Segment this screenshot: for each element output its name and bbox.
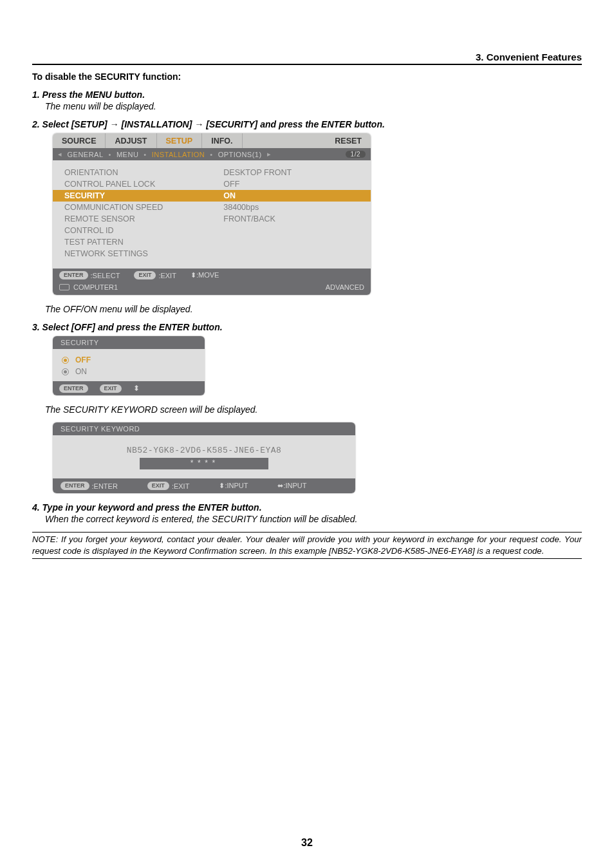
step-3-title: 3. Select [OFF] and press the ENTER butt…	[32, 322, 582, 332]
keyword-dialog-body: NB52-YGK8-2VD6-K585-JNE6-EYA8 ****	[53, 435, 355, 478]
tab-info[interactable]: INFO.	[202, 133, 242, 148]
keyword-input[interactable]: ****	[140, 458, 268, 469]
value-network-settings	[223, 249, 359, 258]
row-network-settings[interactable]: NETWORK SETTINGS	[53, 248, 371, 259]
step-1-desc: The menu will be displayed.	[45, 101, 582, 111]
enter-pill-icon: ENTER	[59, 271, 88, 279]
subtab-page-indicator: 1/2	[346, 151, 366, 158]
dot-icon: •	[109, 151, 111, 158]
hint-kw-enter-text: :ENTER	[92, 482, 118, 490]
subtab-arrow-left-icon[interactable]: ◂	[58, 150, 62, 158]
note-text: NOTE: If you forget your keyword, contac…	[32, 532, 582, 559]
hint-move: ⬍:MOVE	[191, 271, 219, 279]
step-3-desc: The SECURITY KEYWORD screen will be disp…	[45, 404, 582, 415]
label-network-settings: NETWORK SETTINGS	[64, 249, 223, 258]
enter-pill-icon: ENTER	[59, 384, 88, 393]
osd-setup-panel: SOURCE ADJUST SETUP INFO. RESET ◂ GENERA…	[53, 133, 371, 295]
source-label: COMPUTER1	[73, 283, 118, 291]
osd-footer-hints: ENTER :SELECT EXIT :EXIT ⬍:MOVE	[53, 269, 371, 282]
row-security-selected[interactable]: SECURITY ON	[53, 190, 371, 202]
intro-heading: To disable the SECURITY function:	[32, 71, 582, 82]
tab-reset[interactable]: RESET	[326, 133, 371, 148]
label-cpl: CONTROL PANEL LOCK	[64, 180, 223, 189]
security-dialog-footer: ENTER EXIT ⬍	[53, 381, 205, 395]
hint-kw-input-vert: ⬍:INPUT	[219, 482, 248, 490]
tab-adjust[interactable]: ADJUST	[106, 133, 156, 148]
hint-exit-text: :EXIT	[158, 272, 176, 279]
step-2-desc: The OFF/ON menu will be displayed.	[45, 304, 582, 314]
hint-kw-exit: EXIT :EXIT	[147, 482, 190, 490]
radio-on[interactable]: ON	[62, 366, 196, 377]
label-remote-sensor: REMOTE SENSOR	[64, 214, 223, 223]
updown-icon: ⬍	[133, 384, 140, 393]
enter-pill-icon: ENTER	[60, 482, 89, 490]
label-comm-speed: COMMUNICATION SPEED	[64, 203, 223, 212]
exit-pill-icon: EXIT	[100, 384, 122, 393]
value-orientation: DESKTOP FRONT	[223, 168, 359, 177]
value-test-pattern	[223, 238, 359, 247]
keyword-dialog-footer: ENTER :ENTER EXIT :EXIT ⬍:INPUT ⬌:INPUT	[53, 478, 355, 493]
subtab-installation[interactable]: INSTALLATION	[152, 151, 205, 158]
hint-kw-exit-text: :EXIT	[172, 482, 190, 490]
value-comm-speed: 38400bps	[223, 203, 359, 212]
security-dialog-body: OFF ON	[53, 349, 205, 381]
tab-setup[interactable]: SETUP	[157, 133, 203, 148]
hint-select-text: :SELECT	[91, 272, 120, 279]
security-dialog-title: SECURITY	[53, 336, 205, 349]
osd-security-dialog: SECURITY OFF ON ENTER EXIT ⬍	[53, 336, 205, 395]
step-2-title: 2. Select [SETUP] → [INSTALLATION] → [SE…	[32, 119, 582, 129]
hint-exit: EXIT :EXIT	[134, 271, 176, 279]
hint-kw-enter: ENTER :ENTER	[60, 482, 118, 490]
subtab-options1[interactable]: OPTIONS(1)	[218, 151, 262, 158]
row-test-pattern[interactable]: TEST PATTERN	[53, 236, 371, 248]
menu-mode-label: ADVANCED	[326, 283, 364, 291]
section-header: 3. Convenient Features	[32, 52, 582, 65]
radio-icon	[62, 357, 69, 364]
value-cpl: OFF	[223, 180, 359, 189]
subtab-general[interactable]: GENERAL	[68, 151, 104, 158]
keyword-dialog-title: SECURITY KEYWORD	[53, 422, 355, 435]
label-security: SECURITY	[64, 191, 223, 200]
row-comm-speed[interactable]: COMMUNICATION SPEED 38400bps	[53, 202, 371, 213]
osd-keyword-dialog: SECURITY KEYWORD NB52-YGK8-2VD6-K585-JNE…	[53, 422, 355, 493]
exit-pill-icon: EXIT	[134, 271, 156, 279]
row-control-panel-lock[interactable]: CONTROL PANEL LOCK OFF	[53, 178, 371, 190]
osd-subtabs: ◂ GENERAL • MENU • INSTALLATION • OPTION…	[53, 148, 371, 160]
page-number: 32	[0, 837, 614, 849]
exit-pill-icon: EXIT	[147, 482, 169, 490]
subtab-arrow-right-icon[interactable]: ▸	[267, 150, 272, 158]
request-code-text: NB52-YGK8-2VD6-K585-JNE6-EYA8	[66, 446, 342, 455]
osd-footer-status: COMPUTER1 ADVANCED	[53, 282, 371, 295]
value-security: ON	[223, 191, 359, 200]
tab-source[interactable]: SOURCE	[53, 133, 106, 148]
value-remote-sensor: FRONT/BACK	[223, 214, 359, 223]
step-4-desc: When the correct keyword is entered, the…	[45, 514, 582, 524]
osd-main-tabs: SOURCE ADJUST SETUP INFO. RESET	[53, 133, 371, 148]
hint-enter-select: ENTER :SELECT	[59, 271, 120, 279]
source-icon	[59, 284, 70, 290]
hint-kw-input-horiz: ⬌:INPUT	[277, 482, 306, 490]
step-4-title: 4. Type in your keyword and press the EN…	[32, 502, 582, 513]
current-source: COMPUTER1	[59, 283, 118, 291]
radio-off-selected[interactable]: OFF	[62, 354, 196, 366]
dot-icon: •	[210, 151, 212, 158]
radio-icon	[62, 368, 69, 375]
radio-on-label: ON	[75, 367, 87, 376]
subtab-menu[interactable]: MENU	[116, 151, 138, 158]
row-control-id[interactable]: CONTROL ID	[53, 225, 371, 236]
row-remote-sensor[interactable]: REMOTE SENSOR FRONT/BACK	[53, 213, 371, 225]
value-control-id	[223, 226, 359, 235]
step-1-title: 1. Press the MENU button.	[32, 90, 582, 100]
label-test-pattern: TEST PATTERN	[64, 238, 223, 247]
row-orientation[interactable]: ORIENTATION DESKTOP FRONT	[53, 167, 371, 178]
dot-icon: •	[144, 151, 146, 158]
osd-setup-body: ORIENTATION DESKTOP FRONT CONTROL PANEL …	[53, 160, 371, 269]
radio-off-label: OFF	[75, 355, 91, 364]
label-control-id: CONTROL ID	[64, 226, 223, 235]
label-orientation: ORIENTATION	[64, 168, 223, 177]
